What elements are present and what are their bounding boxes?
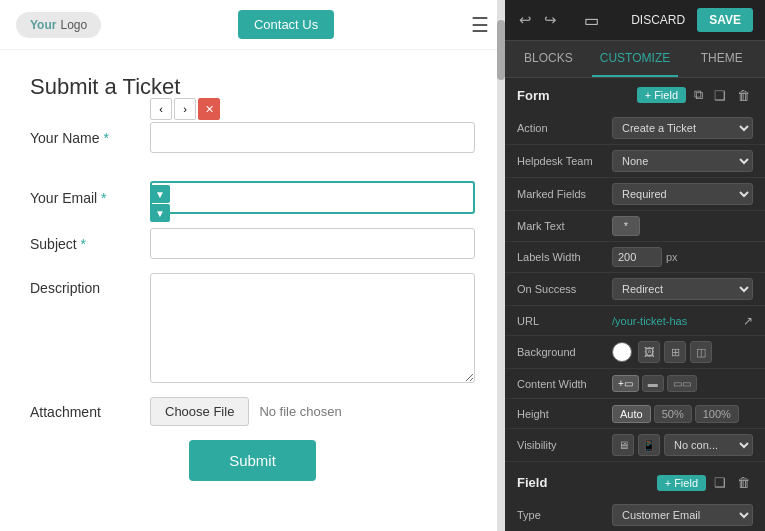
url-value: /your-ticket-has ↗ xyxy=(612,314,753,328)
bg-image-icon[interactable]: 🖼 xyxy=(638,341,660,363)
vis-desktop-btn[interactable]: 🖥 xyxy=(612,434,634,456)
left-scroll-thumb xyxy=(497,20,505,80)
bg-color-picker[interactable] xyxy=(612,342,632,362)
clone-field-button[interactable]: ❑ xyxy=(711,474,729,491)
email-field-controls: ▼ ▼ xyxy=(150,181,475,214)
vis-mobile-btn[interactable]: 📱 xyxy=(638,434,660,456)
left-scrollbar[interactable] xyxy=(497,0,505,531)
external-link-icon[interactable]: ↗ xyxy=(743,314,753,328)
hamburger-icon[interactable]: ☰ xyxy=(471,13,489,37)
visibility-controls: 🖥 📱 No con... Condition xyxy=(612,434,753,456)
delete-field-btn[interactable]: ✕ xyxy=(198,98,220,120)
on-success-select[interactable]: Redirect Show Message xyxy=(612,278,753,300)
top-toolbar: ↩ ↪ ▭ DISCARD SAVE xyxy=(505,0,765,41)
subject-row: Subject * xyxy=(30,228,475,259)
device-toggle-button[interactable]: ▭ xyxy=(582,9,601,32)
your-name-row: Your Name * ‹ › ✕ xyxy=(30,122,475,153)
name-field-controls: ‹ › ✕ xyxy=(150,122,475,153)
field-section-actions: + Field ❑ 🗑 xyxy=(657,474,753,491)
panel-tabs: BLOCKS CUSTOMIZE THEME xyxy=(505,41,765,78)
add-field-button[interactable]: + Field xyxy=(637,87,686,103)
vis-condition-select[interactable]: No con... Condition xyxy=(664,434,753,456)
on-success-row: On Success Redirect Show Message xyxy=(505,273,765,306)
add-field-btn-2[interactable]: + Field xyxy=(657,475,706,491)
height-50-btn[interactable]: 50% xyxy=(654,405,692,423)
height-row: Height Auto 50% 100% xyxy=(505,399,765,429)
height-value: Auto 50% 100% xyxy=(612,405,753,423)
logo: Your Logo xyxy=(16,12,101,38)
your-email-row: Your Email * ▼ ▼ xyxy=(30,181,475,214)
labels-width-input[interactable] xyxy=(612,247,662,267)
marked-fields-select[interactable]: Required Optional xyxy=(612,183,753,205)
height-auto-btn[interactable]: Auto xyxy=(612,405,651,423)
delete-field-button[interactable]: 🗑 xyxy=(734,474,753,491)
cw-full-btn[interactable]: +▭ xyxy=(612,375,639,392)
bg-grid-icon[interactable]: ⊞ xyxy=(664,341,686,363)
down-arrow-1[interactable]: ▼ xyxy=(150,185,170,203)
mark-text-label: Mark Text xyxy=(517,220,612,232)
bg-gradient-icon[interactable]: ◫ xyxy=(690,341,712,363)
clone-form-button[interactable]: ❑ xyxy=(711,87,729,104)
on-success-value: Redirect Show Message xyxy=(612,278,753,300)
submit-button[interactable]: Submit xyxy=(189,440,316,481)
action-select[interactable]: Create a Ticket Send Email xyxy=(612,117,753,139)
tab-customize[interactable]: CUSTOMIZE xyxy=(592,41,679,77)
next-field-btn[interactable]: › xyxy=(174,98,196,120)
description-row: Description xyxy=(30,273,475,383)
labels-width-label: Labels Width xyxy=(517,251,612,263)
contact-us-button[interactable]: Contact Us xyxy=(238,10,334,39)
form-title: Submit a Ticket xyxy=(30,74,475,100)
subject-input[interactable] xyxy=(150,228,475,259)
attachment-row: Attachment Choose File No file chosen xyxy=(30,397,475,426)
field-type-row: Type Customer Email Text Email xyxy=(505,499,765,531)
your-name-input[interactable] xyxy=(150,122,475,153)
undo-button[interactable]: ↩ xyxy=(517,9,534,31)
height-btns: Auto 50% 100% xyxy=(612,405,753,423)
right-panel: ↩ ↪ ▭ DISCARD SAVE BLOCKS CUSTOMIZE THEM… xyxy=(505,0,765,531)
prev-field-btn[interactable]: ‹ xyxy=(150,98,172,120)
url-text: /your-ticket-has xyxy=(612,315,739,327)
submit-row: Submit xyxy=(30,440,475,481)
your-email-input[interactable] xyxy=(150,181,475,214)
down-arrows: ▼ ▼ xyxy=(150,185,170,222)
attachment-label: Attachment xyxy=(30,404,150,420)
marked-fields-label: Marked Fields xyxy=(517,188,612,200)
cw-medium-btn[interactable]: ▬ xyxy=(642,375,664,392)
helpdesk-label: Helpdesk Team xyxy=(517,155,612,167)
delete-form-button[interactable]: 🗑 xyxy=(734,87,753,104)
visibility-value: 🖥 📱 No con... Condition xyxy=(612,434,753,456)
mark-text-value xyxy=(612,216,753,236)
field-type-label: Type xyxy=(517,509,612,521)
action-row: Action Create a Ticket Send Email xyxy=(505,112,765,145)
helpdesk-row: Helpdesk Team None Team 1 xyxy=(505,145,765,178)
redo-button[interactable]: ↪ xyxy=(542,9,559,31)
marked-fields-row: Marked Fields Required Optional xyxy=(505,178,765,211)
content-width-label: Content Width xyxy=(517,378,612,390)
labels-width-value: px xyxy=(612,247,753,267)
choose-file-button[interactable]: Choose File xyxy=(150,397,249,426)
marked-fields-value: Required Optional xyxy=(612,183,753,205)
helpdesk-select[interactable]: None Team 1 xyxy=(612,150,753,172)
description-textarea[interactable] xyxy=(150,273,475,383)
background-label: Background xyxy=(517,346,612,358)
your-name-label: Your Name * xyxy=(30,130,150,146)
field-type-select[interactable]: Customer Email Text Email xyxy=(612,504,753,526)
mark-text-row: Mark Text xyxy=(505,211,765,242)
content-width-btns: +▭ ▬ ▭▭ xyxy=(612,375,753,392)
field-type-value: Customer Email Text Email xyxy=(612,504,753,526)
tab-blocks[interactable]: BLOCKS xyxy=(505,41,592,77)
left-panel: Your Logo Contact Us ☰ Submit a Ticket Y… xyxy=(0,0,505,531)
mark-text-input[interactable] xyxy=(612,216,640,236)
height-100-btn[interactable]: 100% xyxy=(695,405,739,423)
save-button[interactable]: SAVE xyxy=(697,8,753,32)
down-arrow-2[interactable]: ▼ xyxy=(150,204,170,222)
copy-form-button[interactable]: ⧉ xyxy=(691,86,706,104)
no-file-text: No file chosen xyxy=(259,404,341,419)
ctrl-btns-name: ‹ › ✕ xyxy=(150,98,220,120)
url-label: URL xyxy=(517,315,612,327)
discard-button[interactable]: DISCARD xyxy=(623,9,693,31)
logo-text: Logo xyxy=(60,18,87,32)
your-email-label: Your Email * xyxy=(30,190,150,206)
tab-theme[interactable]: THEME xyxy=(678,41,765,77)
cw-small-btn[interactable]: ▭▭ xyxy=(667,375,697,392)
